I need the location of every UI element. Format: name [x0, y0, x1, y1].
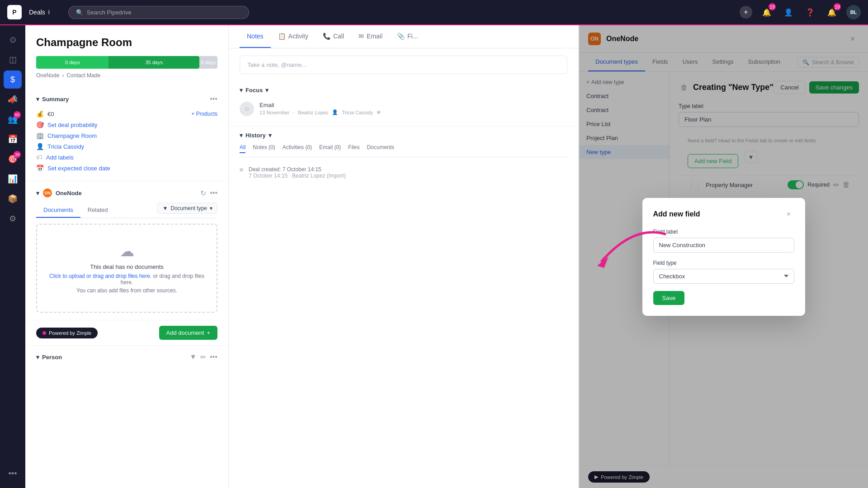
user-avatar[interactable]: BL [846, 5, 861, 19]
tab-email[interactable]: ✉ Email [351, 25, 390, 48]
field-label-input[interactable] [653, 238, 794, 253]
app-logo[interactable]: P [7, 5, 22, 19]
tab-call[interactable]: 📞 Call [316, 25, 351, 48]
email-item: ○ Email 13 November · Beatriz Lopez 👤 Tr… [240, 97, 567, 121]
add-button[interactable]: + [740, 6, 752, 19]
upload-subtext-2: You can also add files from other source… [48, 287, 206, 294]
history-section: ▾ History ▾ All Notes (0) Activities (0)… [229, 127, 578, 188]
history-tab-activities[interactable]: Activities (0) [283, 142, 312, 153]
upload-icon: ☁ [48, 243, 206, 260]
history-chevron-icon: ▾ [269, 132, 272, 139]
onenode-title: ▾ ON OneNode [36, 188, 82, 197]
field-label-group: Field label [653, 229, 794, 253]
onenode-logo-dot: ON [43, 188, 52, 197]
history-tab-files[interactable]: Files [348, 142, 359, 153]
person-title: ▾ Person [36, 354, 62, 361]
summary-more-icon[interactable]: ••• [210, 95, 217, 103]
history-header[interactable]: ▾ History ▾ [240, 132, 567, 139]
set-close-date-link[interactable]: Set expected close date [47, 165, 110, 172]
person-actions: ▼ ✏ ••• [189, 353, 217, 361]
company-link[interactable]: Champagne Room [47, 132, 97, 139]
history-tab-email[interactable]: Email (0) [319, 142, 341, 153]
email-content: Email 13 November · Beatriz Lopez 👤 Tric… [259, 102, 567, 115]
more-icon[interactable]: ••• [210, 189, 217, 197]
currency-icon: 💰 [36, 110, 44, 117]
tab-activity[interactable]: 📋 Activity [271, 25, 316, 48]
more-icon-person[interactable]: ••• [210, 353, 217, 361]
tab-notes[interactable]: Notes [240, 25, 271, 48]
sidebar-item-products[interactable]: 📦 [4, 190, 22, 208]
tab-related[interactable]: Related [80, 203, 115, 218]
modal-close-button[interactable]: × [783, 209, 794, 220]
add-products-link[interactable]: + Products [191, 111, 217, 117]
tab-documents[interactable]: Documents [36, 203, 80, 218]
summary-probability-row: 🎯 Set deal probability [36, 119, 217, 130]
filter-icon-person[interactable]: ▼ [189, 353, 197, 361]
focus-chevron-icon: ▾ [265, 87, 269, 94]
breadcrumb-onenode[interactable]: OneNode [36, 72, 59, 79]
upload-area[interactable]: ☁ This deal has no documents Click to up… [36, 224, 217, 313]
field-type-label: Field type [653, 260, 794, 266]
top-nav-actions: + 🔔 19 👤 ❓ 🔔 19 BL [740, 5, 861, 19]
help-icon[interactable]: ❓ [803, 5, 817, 19]
sidebar-item-apps[interactable]: ⚙ [4, 210, 22, 228]
history-tab-notes[interactable]: Notes (0) [253, 142, 275, 153]
chevron-down-icon-person: ▾ [36, 354, 39, 361]
focus-header[interactable]: ▾ Focus ▾ [240, 87, 567, 94]
sidebar-item-reports[interactable]: 📊 [4, 170, 22, 188]
filter-icon: ▼ [162, 205, 168, 211]
notes-tabs: Notes 📋 Activity 📞 Call ✉ Email 📎 Fi... [229, 25, 578, 48]
modal-overlay[interactable]: Add new field × Field label Field type T… [579, 25, 868, 488]
summary-person-row: 👤 Tricia Cassidy [36, 141, 217, 152]
sidebar-item-calendar[interactable]: 📅 [4, 130, 22, 148]
field-type-select[interactable]: Text Number Checkbox Date Select [653, 269, 794, 284]
sidebar-item-deals[interactable]: $ [4, 70, 22, 89]
contacts-icon[interactable]: 👤 [781, 5, 796, 19]
summary-labels-row: 🏷 Add labels [36, 152, 217, 163]
person-link[interactable]: Tricia Cassidy [47, 143, 84, 150]
chevron-focus: ▾ [240, 87, 243, 94]
add-document-button[interactable]: Add document + [159, 326, 217, 340]
email-sender: Beatriz Lopez [298, 110, 328, 115]
filter-chevron: ▾ [210, 205, 212, 211]
modal-save-button[interactable]: Save [653, 291, 685, 305]
history-tab-all[interactable]: All [240, 142, 245, 153]
edit-icon-person[interactable]: ✏ [200, 353, 206, 361]
sidebar-item-more[interactable]: ••• [4, 465, 22, 483]
tab-files[interactable]: 📎 Fi... [390, 25, 425, 48]
files-icon: 📎 [397, 33, 405, 40]
sidebar-item-contacts[interactable]: 👥 65 [4, 110, 22, 128]
refresh-icon[interactable]: ↻ [200, 189, 206, 197]
global-search[interactable]: 🔍 Search Pipedrive [68, 6, 249, 19]
note-input[interactable]: Take a note, @name... [240, 56, 567, 74]
notifications-icon[interactable]: 🔔 19 [760, 5, 774, 19]
summary-header[interactable]: ▾ Summary ••• [36, 95, 217, 103]
summary-closedate-row: 📅 Set expected close date [36, 163, 217, 174]
activity-icon: 📋 [278, 33, 286, 40]
person-section: ▾ Person ▼ ✏ ••• [25, 345, 228, 369]
document-type-filter[interactable]: ▼ Document type ▾ [157, 203, 217, 214]
circle-icon: ○ [245, 105, 249, 113]
notifications-bell[interactable]: 🔔 19 [825, 5, 839, 19]
upload-link[interactable]: Click to upload or drag and drop files h… [49, 273, 151, 279]
info-icon[interactable]: ℹ [48, 9, 50, 15]
sidebar-item-leads[interactable]: 🎯 39 [4, 150, 22, 168]
powered-by-zimple-badge: Powered by Zimple [36, 328, 98, 338]
add-icon: + [207, 329, 210, 336]
email-subject: Email [259, 102, 567, 108]
sidebar-item-campaigns[interactable]: 📣 [4, 90, 22, 108]
add-new-field-modal: Add new field × Field label Field type T… [642, 198, 805, 316]
field-label-label: Field label [653, 229, 794, 235]
onenode-doc-tabs: Documents Related ▼ Document type ▾ [36, 203, 217, 218]
email-icon: ✉ [359, 33, 364, 40]
onenode-actions: ↻ ••• [200, 189, 217, 197]
sidebar-item-timeline[interactable]: ◫ [4, 51, 22, 69]
add-labels-link[interactable]: Add labels [46, 154, 74, 161]
progress-segment-2: 35 days [108, 56, 199, 69]
breadcrumb-contact[interactable]: Contact Made [66, 72, 100, 79]
search-icon: 🔍 [76, 9, 83, 16]
sidebar-item-home[interactable]: ⊙ [4, 31, 22, 49]
history-tab-documents[interactable]: Documents [367, 142, 394, 153]
left-sidebar: ⊙ ◫ $ 📣 👥 65 📅 🎯 39 📊 📦 ⚙ ••• [0, 25, 25, 488]
set-probability-link[interactable]: Set deal probability [47, 122, 98, 128]
